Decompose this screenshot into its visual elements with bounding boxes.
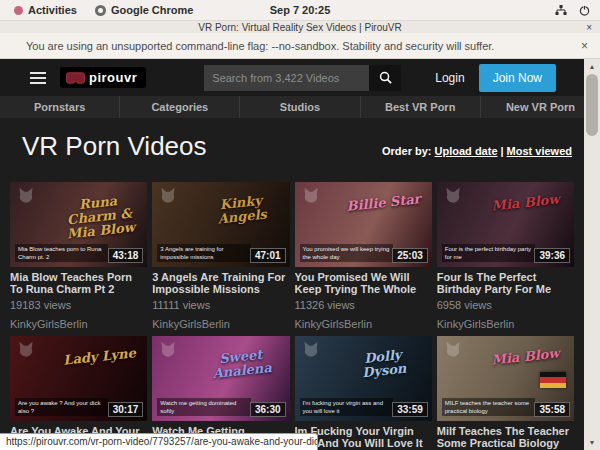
video-duration-badge: 36:30 [250, 402, 286, 417]
join-now-button[interactable]: Join Now [479, 64, 556, 92]
studio-watermark-icon [16, 340, 36, 358]
search-input[interactable] [204, 65, 369, 91]
tab-close-icon[interactable]: × [586, 21, 592, 34]
nav-item-categories[interactable]: Categories [119, 96, 239, 118]
thumbnail-caption: I'm fucking your virgin ass and you will… [300, 398, 393, 416]
video-card[interactable]: Mia Blow MILF teaches the teacher some p… [437, 336, 574, 450]
order-by-label: Order by: [382, 145, 432, 157]
video-views: 6958 views [437, 299, 574, 311]
thumbnail-model-name: Dolly Dyson [340, 345, 428, 382]
thumbnail-caption: Are you awake ? And your dick also ? [15, 398, 108, 416]
thumbnail-model-name: Lady Lyne [56, 345, 142, 368]
video-views: 11326 views [295, 299, 432, 311]
browser-tab-bar: VR Porn: Virtual Reality Sex Videos | Pi… [0, 20, 600, 33]
thumbnail-model-name: Mia Blow [483, 191, 569, 214]
nav-item-studios[interactable]: Studios [239, 96, 359, 118]
login-button[interactable]: Login [435, 71, 464, 85]
menu-icon[interactable] [30, 69, 46, 87]
nav-item-pornstars[interactable]: Pornstars [0, 96, 119, 118]
nav-item-best-vr-porn[interactable]: Best VR Porn [360, 96, 480, 118]
video-views: 11111 views [152, 299, 289, 311]
video-studio-link[interactable]: KinkyGirlsBerlin [10, 318, 147, 330]
studio-watermark-icon [443, 186, 463, 204]
studio-watermark-icon [443, 340, 463, 358]
video-title[interactable]: You Promised We Will Keep Trying The Who… [295, 271, 432, 295]
thumbnail-caption: Four is the perfect birthday party for m… [442, 244, 535, 262]
scrollbar[interactable]: ▲ ▼ [584, 59, 600, 450]
thumbnail-caption: You promised we will keep trying the who… [300, 244, 393, 262]
video-duration-badge: 43:18 [108, 248, 144, 263]
thumbnail-model-name: Sweet Analena [198, 345, 286, 382]
status-url-bar: https://pirouvr.com/vr-porn-video/779325… [0, 433, 318, 450]
chrome-warning-bar: You are using an unsupported command-lin… [0, 33, 600, 59]
scroll-up-icon[interactable]: ▲ [584, 60, 600, 73]
tab-title[interactable]: VR Porn: Virtual Reality Sex Videos | Pi… [0, 21, 600, 34]
video-thumbnail[interactable]: Mia Blow MILF teaches the teacher some p… [437, 336, 574, 421]
studio-watermark-icon [301, 340, 321, 358]
video-duration-badge: 47:01 [250, 248, 286, 263]
video-duration-badge: 39:36 [534, 248, 570, 263]
power-icon[interactable] [579, 5, 590, 16]
video-duration-badge: 25:03 [392, 248, 428, 263]
video-card[interactable]: Billie Star You promised we will keep tr… [295, 182, 432, 330]
site-logo[interactable]: pirouvr [60, 67, 146, 88]
search-button[interactable] [369, 65, 401, 91]
video-studio-link[interactable]: KinkyGirlsBerlin [152, 318, 289, 330]
video-duration-badge: 35:58 [534, 402, 570, 417]
page-title: VR Porn Videos [22, 131, 207, 162]
video-title[interactable]: Mia Blow Teaches Porn To Runa Charm Pt 2 [10, 271, 147, 295]
video-studio-link[interactable]: KinkyGirlsBerlin [295, 318, 432, 330]
video-thumbnail[interactable]: Sweet Analena Watch me getting dominated… [152, 336, 289, 421]
video-thumbnail[interactable]: Dolly Dyson I'm fucking your virgin ass … [295, 336, 432, 421]
site-header: pirouvr Login Join Now [0, 59, 600, 96]
thumbnail-model-name: Billie Star [341, 191, 427, 214]
video-card[interactable]: Kinky Angels 3 Angels are training for i… [152, 182, 289, 330]
network-icon[interactable] [555, 5, 567, 16]
thumbnail-caption: Watch me getting dominated softly [157, 398, 250, 416]
system-top-bar: Activities Google Chrome Sep 7 20:25 [0, 0, 600, 20]
video-thumbnail[interactable]: Runa Charm & Mia Blow Mia Blow teaches p… [10, 182, 147, 267]
studio-watermark-icon [301, 186, 321, 204]
video-views: 19183 views [10, 299, 147, 311]
video-thumbnail[interactable]: Lady Lyne Are you awake ? And your dick … [10, 336, 147, 421]
video-duration-badge: 33:59 [392, 402, 428, 417]
order-link-most-viewed[interactable]: Most viewed [507, 145, 572, 157]
thumbnail-caption: MILF teaches the teacher some practical … [442, 398, 535, 416]
scroll-down-icon[interactable]: ▼ [584, 436, 600, 449]
video-thumbnail[interactable]: Mia Blow Four is the perfect birthday pa… [437, 182, 574, 267]
vr-headset-icon [66, 72, 85, 84]
site-nav: Pornstars Categories Studios Best VR Por… [0, 96, 600, 118]
video-title[interactable]: 3 Angels Are Training For Impossible Mis… [152, 271, 289, 295]
warning-text: You are using an unsupported command-lin… [0, 40, 494, 52]
search-icon [379, 71, 392, 84]
site-logo-text: pirouvr [89, 70, 137, 85]
german-flag-icon [540, 372, 566, 388]
video-thumbnail[interactable]: Kinky Angels 3 Angels are training for i… [152, 182, 289, 267]
thumbnail-model-name: Kinky Angels [198, 191, 286, 228]
order-link-upload-date[interactable]: Upload date [435, 145, 498, 157]
video-card[interactable]: Runa Charm & Mia Blow Mia Blow teaches p… [10, 182, 147, 330]
video-title[interactable]: Milf Teaches The Teacher Some Practical … [437, 425, 574, 449]
thumbnail-caption: Mia Blow teaches porn to Runa Charm pt. … [15, 244, 108, 262]
thumbnail-model-name: Runa Charm & Mia Blow [55, 191, 144, 242]
studio-watermark-icon [158, 340, 178, 358]
thumbnail-caption: 3 Angels are training for impossible mis… [157, 244, 250, 262]
scrollbar-thumb[interactable] [586, 74, 598, 136]
video-grid: Runa Charm & Mia Blow Mia Blow teaches p… [0, 162, 600, 450]
video-duration-badge: 30:17 [108, 402, 144, 417]
video-thumbnail[interactable]: Billie Star You promised we will keep tr… [295, 182, 432, 267]
nav-item-new-vr-porn[interactable]: New VR Porn [480, 96, 600, 118]
studio-watermark-icon [158, 186, 178, 204]
order-by: Order by: Upload date|Most viewed [382, 145, 572, 157]
video-title[interactable]: Four Is The Perfect Birthday Party For M… [437, 271, 574, 295]
studio-watermark-icon [16, 186, 36, 204]
warning-close-icon[interactable]: × [581, 39, 600, 53]
video-card[interactable]: Mia Blow Four is the perfect birthday pa… [437, 182, 574, 330]
video-studio-link[interactable]: KinkyGirlsBerlin [437, 318, 574, 330]
clock[interactable]: Sep 7 20:25 [0, 4, 600, 16]
thumbnail-model-name: Mia Blow [483, 345, 569, 368]
